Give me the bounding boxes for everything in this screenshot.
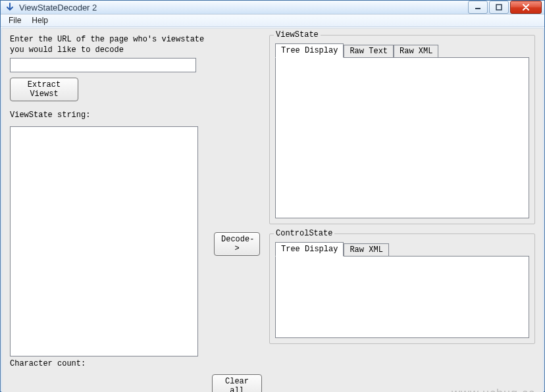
tab-raw-xml[interactable]: Raw XML xyxy=(394,45,438,57)
app-icon xyxy=(5,2,15,12)
controlstate-group: ControlState Tree Display Raw XML xyxy=(269,233,535,344)
left-panel: Enter the URL of the page who's viewstat… xyxy=(10,35,207,392)
maximize-button[interactable] xyxy=(489,1,509,14)
decode-button[interactable]: Decode-> xyxy=(214,232,260,256)
menu-file[interactable]: File xyxy=(3,14,26,26)
tab-tree-display[interactable]: Tree Display xyxy=(275,43,344,58)
titlebar[interactable]: ViewStateDecoder 2 xyxy=(1,1,544,14)
right-panel: ViewState Tree Display Raw Text Raw XML … xyxy=(267,35,535,392)
minimize-button[interactable] xyxy=(468,1,488,14)
url-input[interactable] xyxy=(10,58,196,72)
controlstate-group-label: ControlState xyxy=(274,229,334,238)
close-button[interactable] xyxy=(510,1,542,14)
url-label: Enter the URL of the page who's viewstat… xyxy=(10,35,207,55)
tab-raw-text[interactable]: Raw Text xyxy=(344,45,394,57)
controlstate-tree-panel[interactable] xyxy=(275,256,529,338)
viewstate-group-label: ViewState xyxy=(274,30,321,39)
viewstate-string-label: ViewState string: xyxy=(10,110,207,121)
window-buttons xyxy=(467,1,542,14)
viewstate-tabs: Tree Display Raw Text Raw XML xyxy=(275,43,529,57)
extract-viewstate-button[interactable]: Extract Viewst xyxy=(10,78,78,101)
svg-rect-1 xyxy=(496,5,502,10)
menu-help[interactable]: Help xyxy=(26,14,53,26)
viewstate-textarea[interactable] xyxy=(10,126,198,356)
content-area: Enter the URL of the page who's viewstat… xyxy=(1,28,544,392)
window-title: ViewStateDecoder 2 xyxy=(19,3,467,12)
viewstate-group: ViewState Tree Display Raw Text Raw XML xyxy=(269,35,535,224)
controlstate-tabs: Tree Display Raw XML xyxy=(275,242,529,256)
clear-all-button[interactable]: Clear all xyxy=(212,374,262,392)
tab-cs-raw-xml[interactable]: Raw XML xyxy=(344,243,388,256)
menubar: File Help xyxy=(1,14,544,27)
middle-panel: Decode-> Clear all xyxy=(207,35,267,392)
tab-cs-tree-display[interactable]: Tree Display xyxy=(275,242,344,257)
character-count-label: Character count: xyxy=(10,359,207,370)
app-window: ViewStateDecoder 2 File Help Enter the U… xyxy=(0,0,545,392)
viewstate-tree-panel[interactable] xyxy=(275,57,529,218)
